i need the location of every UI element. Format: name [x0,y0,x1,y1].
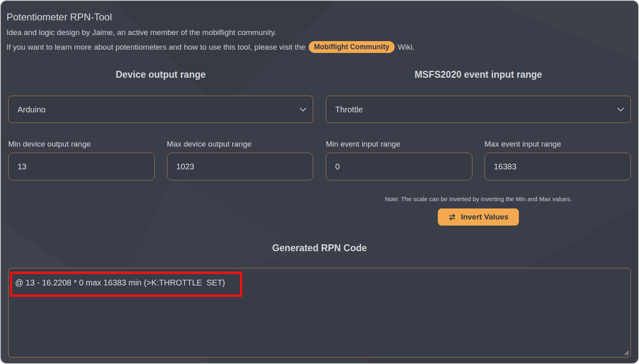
device-fields: Min device output range Max device outpu… [8,140,313,180]
max-event-input-input[interactable] [485,153,631,180]
device-select[interactable]: Arduino [8,96,313,123]
max-event-input-field: Max event input range [485,140,631,180]
device-output-section: Device output range Arduino Min device o… [8,69,313,226]
min-device-output-input[interactable] [8,153,155,180]
max-device-output-field: Max device output range [167,140,314,180]
info-text-prefix: If you want to learn more about potentio… [7,43,305,52]
swap-arrows-icon [448,214,457,221]
range-columns: Device output range Arduino Min device o… [1,69,638,226]
max-device-output-input[interactable] [167,153,314,180]
resize-grip-icon[interactable] [624,350,629,355]
device-output-heading: Device output range [8,69,313,80]
invert-button-row: Invert Values [326,208,631,226]
device-select-wrap: Arduino [8,96,313,123]
header: Potentiometer RPN-Tool Idea and logic de… [1,1,638,53]
info-text-suffix: Wiki. [398,43,415,52]
max-device-output-label: Max device output range [167,140,314,149]
min-device-output-label: Min device output range [8,140,155,149]
min-event-input-label: Min event input range [326,140,472,149]
event-input-section: MSFS2020 event input range Throttle Min … [326,69,631,226]
invert-values-label: Invert Values [461,213,508,221]
invert-values-button[interactable]: Invert Values [438,208,518,226]
generated-rpn-heading: Generated RPN Code [1,243,638,254]
event-input-heading: MSFS2020 event input range [326,69,631,80]
event-fields: Min event input range Max event input ra… [326,140,631,180]
min-device-output-field: Min device output range [8,140,155,180]
info-line: If you want to learn more about potentio… [7,41,631,53]
page-title: Potentiometer RPN-Tool [7,11,631,23]
invert-note: Note: The scale can be inverted by inver… [326,195,631,202]
mobiflight-community-badge[interactable]: Mobiflight Community [309,41,395,53]
rpn-code-textarea[interactable]: @ 13 - 16.2208 * 0 max 16383 min (>K:THR… [8,268,631,357]
page: Potentiometer RPN-Tool Idea and logic de… [0,0,639,364]
event-select[interactable]: Throttle [326,96,631,123]
min-event-input-input[interactable] [326,153,472,180]
min-event-input-field: Min event input range [326,140,472,180]
subtitle: Idea and logic design by Jaime, an activ… [7,28,631,37]
rpn-code-wrap: @ 13 - 16.2208 * 0 max 16383 min (>K:THR… [8,268,631,357]
event-select-wrap: Throttle [326,96,631,123]
max-event-input-label: Max event input range [485,140,631,149]
